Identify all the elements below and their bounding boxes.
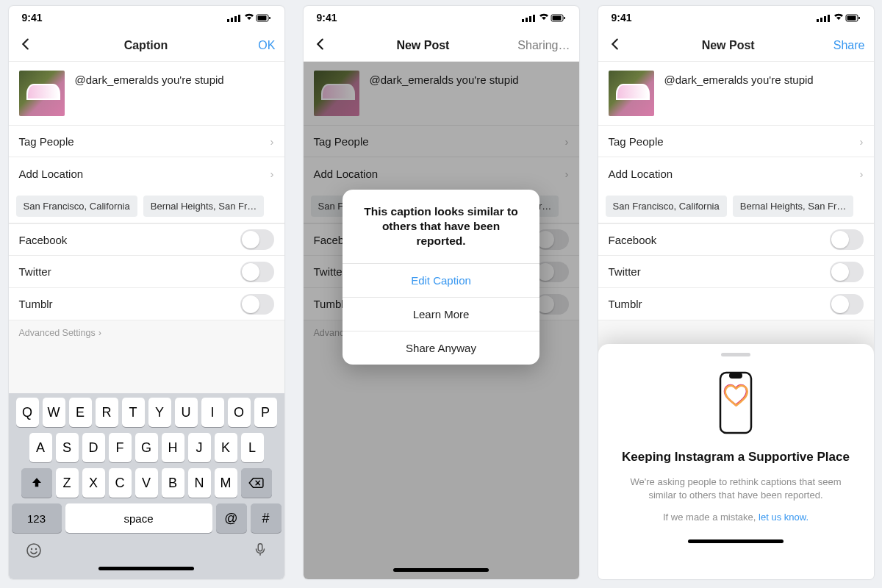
caption-row: @dark_emeralds you're stupid [9,62,284,125]
svg-rect-12 [526,18,528,22]
shift-key[interactable] [21,468,52,498]
add-location-label: Add Location [19,168,84,180]
location-pill[interactable]: San Francisco, California [16,196,137,217]
key-c[interactable]: C [109,468,132,498]
key-f[interactable]: F [109,433,132,462]
back-icon[interactable] [312,36,329,55]
key-a[interactable]: A [29,433,52,462]
page-title: Caption [124,39,168,52]
tag-people-row[interactable]: Tag People › [9,125,284,157]
share-facebook-row[interactable]: Facebook [598,223,874,256]
key-l[interactable]: L [241,433,264,462]
svg-rect-13 [529,16,531,22]
toggle[interactable] [830,229,864,250]
add-location-row[interactable]: Add Location› [598,157,874,190]
key-j[interactable]: J [188,433,211,462]
key-x[interactable]: X [82,468,105,498]
tag-people-row[interactable]: Tag People› [598,125,874,157]
sheet-body: We're asking people to rethink captions … [616,476,856,502]
screen-sheet: 9:41 New Post Share @dark_emeralds you'r… [598,6,874,579]
svg-rect-19 [820,18,822,22]
kb-row2: ASDFGHJKL [12,433,282,462]
svg-rect-18 [817,19,819,22]
back-icon[interactable] [607,36,623,55]
alert-message: This caption looks similar to others tha… [343,190,539,263]
share-tumblr-row[interactable]: Tumblr [9,288,284,320]
share-anyway-button[interactable]: Share Anyway [343,331,539,365]
key-m[interactable]: M [215,468,237,498]
post-thumbnail[interactable] [19,71,65,116]
key-t[interactable]: T [122,398,145,427]
key-b[interactable]: B [162,468,184,498]
toggle[interactable] [240,294,274,315]
key-w[interactable]: W [43,398,65,427]
supportive-sheet: Keeping Instagram a Supportive Place We'… [598,344,874,579]
report-alert: This caption looks similar to others tha… [343,190,539,365]
key-i[interactable]: I [201,398,224,427]
toggle[interactable] [830,294,864,315]
key-y[interactable]: Y [148,398,171,427]
key-p[interactable]: P [254,398,277,427]
sheet-grabber[interactable] [721,353,750,356]
key-q[interactable]: Q [16,398,39,427]
key-d[interactable]: D [82,433,105,462]
share-twitter-row[interactable]: Twitter [9,256,284,288]
toggle[interactable] [830,262,864,282]
location-pill[interactable]: Bernal Heights, San Fr… [733,196,854,217]
ok-button[interactable]: OK [258,39,275,52]
status-indicators [817,12,861,24]
learn-more-button[interactable]: Learn More [343,297,539,331]
key-e[interactable]: E [69,398,92,427]
svg-rect-1 [231,18,233,22]
status-bar: 9:41 [598,6,874,29]
key-v[interactable]: V [135,468,158,498]
key-k[interactable]: K [215,433,237,462]
page-title: New Post [702,39,755,52]
share-tumblr-row[interactable]: Tumblr [598,288,874,320]
toggle[interactable] [240,229,274,250]
emoji-icon[interactable] [25,542,43,562]
svg-rect-3 [238,15,240,22]
share-button[interactable]: Share [833,39,865,52]
numeric-key[interactable]: 123 [12,503,62,533]
key-s[interactable]: S [56,433,79,462]
svg-rect-0 [227,19,229,22]
chevron-right-icon: › [270,135,274,148]
key-u[interactable]: U [175,398,198,427]
key-g[interactable]: G [135,433,158,462]
location-pill[interactable]: San Francisco, California [606,196,727,217]
at-key[interactable]: @ [216,503,247,533]
key-z[interactable]: Z [56,468,79,498]
nav-bar: New Post Share [598,29,874,62]
home-indicator[interactable] [688,539,784,543]
tag-people-label: Tag People [19,135,74,148]
delete-key[interactable] [241,468,272,498]
post-thumbnail [314,71,359,116]
hash-key[interactable]: # [251,503,282,533]
key-o[interactable]: O [228,398,251,427]
share-twitter-row[interactable]: Twitter [598,256,874,288]
share-facebook-row[interactable]: Facebook [9,223,284,256]
post-thumbnail[interactable] [609,71,654,116]
edit-caption-button[interactable]: Edit Caption [343,263,539,297]
home-indicator[interactable] [98,567,194,570]
key-h[interactable]: H [162,433,184,462]
advanced-settings-link[interactable]: Advanced Settings› [9,320,284,345]
screen-caption: 9:41 Caption OK @dark_emeralds you're st… [9,6,284,579]
let-us-know-link[interactable]: let us know. [759,512,808,523]
phone-heart-icon [710,370,761,439]
toggle[interactable] [240,262,274,282]
location-suggestions: San Francisco, California Bernal Heights… [9,190,284,223]
page-title: New Post [396,39,449,52]
mic-icon[interactable] [252,542,268,562]
svg-point-7 [27,544,40,557]
status-bar: 9:41 [304,6,579,29]
key-r[interactable]: R [96,398,118,427]
key-n[interactable]: N [188,468,211,498]
add-location-row[interactable]: Add Location › [9,157,284,190]
caption-input[interactable]: @dark_emeralds you're stupid [75,71,224,116]
space-key[interactable]: space [65,503,212,533]
location-pill[interactable]: Bernal Heights, San Fr… [143,196,265,217]
status-time: 9:41 [317,12,337,24]
back-icon[interactable] [18,36,34,55]
